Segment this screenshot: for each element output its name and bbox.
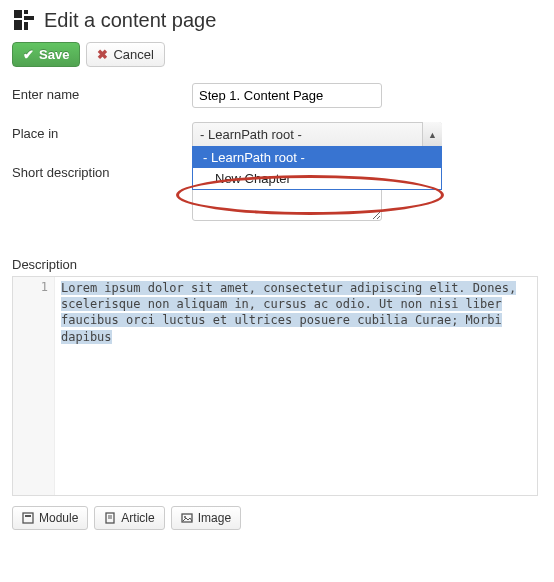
- action-toolbar: ✔ Save ✖ Cancel: [12, 42, 542, 67]
- save-button-label: Save: [39, 47, 69, 62]
- image-icon: [181, 512, 193, 524]
- line-number: 1: [16, 280, 48, 294]
- page-title: Edit a content page: [44, 9, 216, 32]
- insert-toolbar: Module Article Image: [12, 506, 542, 530]
- save-button[interactable]: ✔ Save: [12, 42, 80, 67]
- name-label: Enter name: [12, 83, 192, 108]
- insert-article-button[interactable]: Article: [94, 506, 164, 530]
- cancel-button-label: Cancel: [113, 47, 153, 62]
- svg-rect-4: [24, 22, 28, 30]
- editor-text: Lorem ipsum dolor sit amet, consectetur …: [61, 281, 516, 344]
- short-desc-label: Short description: [12, 161, 192, 221]
- name-row: Enter name: [12, 83, 542, 108]
- cancel-icon: ✖: [97, 47, 108, 62]
- page-header: Edit a content page: [12, 8, 542, 32]
- insert-image-button[interactable]: Image: [171, 506, 241, 530]
- svg-rect-3: [14, 20, 22, 30]
- editor-gutter: 1: [13, 277, 55, 495]
- place-in-option-chapter[interactable]: New Chapter: [193, 168, 441, 189]
- app-logo-icon: [12, 8, 36, 32]
- description-label: Description: [12, 257, 542, 272]
- insert-article-label: Article: [121, 511, 154, 525]
- svg-rect-2: [24, 16, 34, 20]
- name-input[interactable]: [192, 83, 382, 108]
- chevron-down-icon[interactable]: ▲: [422, 122, 442, 147]
- place-in-select[interactable]: - LearnPath root - ▲ - LearnPath root - …: [192, 122, 442, 147]
- svg-rect-5: [23, 513, 33, 523]
- svg-rect-0: [14, 10, 22, 18]
- article-icon: [104, 512, 116, 524]
- place-in-selected[interactable]: - LearnPath root -: [192, 122, 442, 147]
- insert-image-label: Image: [198, 511, 231, 525]
- insert-module-label: Module: [39, 511, 78, 525]
- place-in-dropdown: - LearnPath root - New Chapter: [192, 146, 442, 190]
- place-in-label: Place in: [12, 122, 192, 147]
- description-editor[interactable]: 1 Lorem ipsum dolor sit amet, consectetu…: [12, 276, 538, 496]
- check-icon: ✔: [23, 47, 34, 62]
- module-icon: [22, 512, 34, 524]
- editor-content[interactable]: Lorem ipsum dolor sit amet, consectetur …: [55, 277, 537, 495]
- place-in-option-root[interactable]: - LearnPath root -: [193, 147, 441, 168]
- svg-rect-1: [24, 10, 28, 14]
- cancel-button[interactable]: ✖ Cancel: [86, 42, 164, 67]
- svg-rect-6: [25, 515, 31, 517]
- insert-module-button[interactable]: Module: [12, 506, 88, 530]
- place-in-row: Place in - LearnPath root - ▲ - LearnPat…: [12, 122, 542, 147]
